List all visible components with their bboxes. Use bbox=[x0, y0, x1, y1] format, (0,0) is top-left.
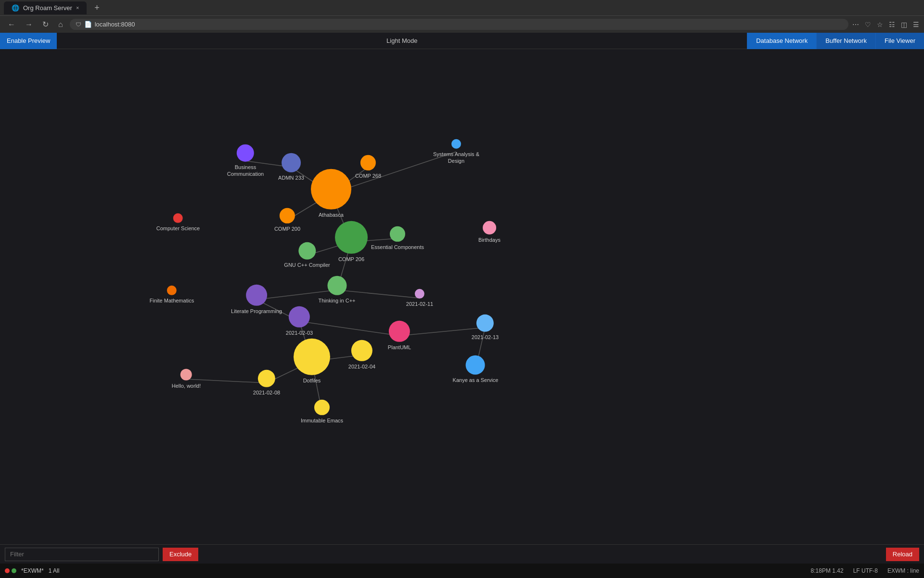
refresh-button[interactable]: ↻ bbox=[39, 18, 51, 31]
node-label-2021-02-08: 2021-02-08 bbox=[253, 389, 280, 396]
node-athabasca[interactable]: Athabasca bbox=[311, 169, 351, 218]
node-gnu-cpp[interactable]: GNU C++ Compiler bbox=[284, 242, 330, 268]
node-label-2021-02-03: 2021-02-03 bbox=[286, 329, 313, 336]
star-icon[interactable]: ☆ bbox=[877, 21, 883, 28]
node-circle-essential-comp bbox=[390, 226, 405, 242]
node-circle-sys-analysis bbox=[451, 139, 461, 149]
security-icon: 🛡 bbox=[76, 21, 81, 28]
home-button[interactable]: ⌂ bbox=[55, 18, 66, 31]
status-mode: EXWM : line bbox=[887, 567, 919, 574]
node-literate-prog[interactable]: Literate Programming bbox=[231, 285, 282, 315]
nav-tabs: Database Network Buffer Network File Vie… bbox=[747, 33, 924, 49]
node-2021-02-04[interactable]: 2021-02-04 bbox=[348, 340, 375, 370]
node-2021-02-13[interactable]: 2021-02-13 bbox=[472, 315, 499, 341]
reload-button[interactable]: Reload bbox=[886, 548, 919, 561]
node-circle-2021-02-04 bbox=[351, 340, 372, 361]
node-label-2021-02-11: 2021-02-11 bbox=[406, 301, 433, 307]
forward-button[interactable]: → bbox=[22, 18, 36, 31]
node-comp206[interactable]: COMP 206 bbox=[335, 221, 368, 263]
network-canvas: BusinessCommunicationADMN 233COMP 268Sys… bbox=[0, 49, 924, 507]
node-sys-analysis[interactable]: Systems Analysis &Design bbox=[433, 139, 479, 165]
node-label-hello-world: Hello, world! bbox=[172, 382, 201, 389]
node-label-gnu-cpp: GNU C++ Compiler bbox=[284, 262, 330, 268]
node-circle-literate-prog bbox=[246, 285, 267, 306]
node-label-dotfiles: Dotfiles bbox=[303, 377, 321, 384]
status-right: 8:18PM 1.42 LF UTF-8 EXWM : line bbox=[811, 567, 919, 574]
enable-preview-button[interactable]: Enable Preview bbox=[0, 33, 57, 49]
app-toolbar: Enable Preview Light Mode Database Netwo… bbox=[0, 33, 924, 49]
node-circle-2021-02-13 bbox=[476, 315, 494, 332]
node-2021-02-08[interactable]: 2021-02-08 bbox=[253, 370, 280, 396]
node-label-comp206: COMP 206 bbox=[338, 256, 364, 263]
node-circle-finite-math bbox=[167, 286, 177, 295]
node-label-immutable-emacs: Immutable Emacs bbox=[301, 417, 343, 424]
node-dotfiles[interactable]: Dotfiles bbox=[294, 339, 330, 384]
node-birthdays[interactable]: Birthdays bbox=[478, 221, 500, 243]
node-circle-2021-02-03 bbox=[289, 306, 310, 328]
menu-icon[interactable]: ☰ bbox=[913, 21, 919, 28]
status-time: 8:18PM 1.42 bbox=[811, 567, 844, 574]
node-comp200[interactable]: COMP 200 bbox=[274, 208, 300, 232]
node-finite-math[interactable]: Finite Mathematics bbox=[150, 286, 194, 304]
more-icon[interactable]: ⋯ bbox=[852, 21, 859, 28]
light-mode-label: Light Mode bbox=[57, 37, 747, 44]
node-circle-hello-world bbox=[180, 369, 192, 381]
browser-toolbar: ← → ↻ ⌂ 🛡 📄 ⋯ ♡ ☆ ☷ ◫ ☰ bbox=[0, 15, 924, 33]
network-edges-svg bbox=[0, 49, 924, 507]
workspace-label: *EXWM* bbox=[21, 567, 44, 574]
node-comp268[interactable]: COMP 268 bbox=[355, 155, 381, 179]
node-2021-02-03[interactable]: 2021-02-03 bbox=[286, 306, 313, 336]
tab-file-viewer[interactable]: File Viewer bbox=[875, 33, 924, 49]
tab-buffer-network[interactable]: Buffer Network bbox=[816, 33, 875, 49]
browser-toolbar-icons: ⋯ ♡ ☆ ☷ ◫ ☰ bbox=[852, 21, 919, 28]
node-2021-02-11[interactable]: 2021-02-11 bbox=[406, 289, 433, 307]
red-dot bbox=[5, 568, 10, 573]
green-dot bbox=[12, 568, 16, 573]
node-label-athabasca: Athabasca bbox=[319, 211, 344, 218]
node-circle-comp-sci bbox=[173, 213, 183, 223]
node-business-comm[interactable]: BusinessCommunication bbox=[227, 144, 264, 178]
node-circle-comp206 bbox=[335, 221, 368, 254]
node-label-comp268: COMP 268 bbox=[355, 172, 381, 179]
node-circle-comp200 bbox=[280, 208, 295, 223]
node-label-essential-comp: Essential Components bbox=[371, 244, 424, 250]
layout-icon[interactable]: ☷ bbox=[889, 21, 895, 28]
status-dots bbox=[5, 568, 16, 573]
back-button[interactable]: ← bbox=[5, 18, 18, 31]
node-circle-birthdays bbox=[483, 221, 496, 235]
tab-close-button[interactable]: × bbox=[76, 5, 79, 11]
node-circle-dotfiles bbox=[294, 339, 330, 375]
node-label-birthdays: Birthdays bbox=[478, 236, 500, 243]
filter-input[interactable] bbox=[5, 548, 159, 561]
filter-bar: Exclude Reload bbox=[0, 544, 924, 564]
node-hello-world[interactable]: Hello, world! bbox=[172, 369, 201, 389]
node-comp-sci[interactable]: Computer Science bbox=[156, 213, 200, 232]
windows-icon[interactable]: ◫ bbox=[901, 21, 907, 28]
node-plantuml[interactable]: PlantUML bbox=[388, 321, 411, 351]
node-circle-immutable-emacs bbox=[314, 400, 330, 415]
node-label-comp200: COMP 200 bbox=[274, 225, 300, 232]
tab-database-network[interactable]: Database Network bbox=[747, 33, 816, 49]
node-admn233[interactable]: ADMN 233 bbox=[278, 153, 304, 181]
node-label-admn233: ADMN 233 bbox=[278, 174, 304, 181]
node-circle-2021-02-11 bbox=[415, 289, 424, 299]
node-label-finite-math: Finite Mathematics bbox=[150, 297, 194, 304]
node-label-thinking-cpp: Thinking in C++ bbox=[318, 297, 355, 304]
new-tab-button[interactable]: + bbox=[90, 3, 103, 13]
node-circle-plantuml bbox=[389, 321, 410, 342]
browser-tab[interactable]: 🌐 Org Roam Server × bbox=[4, 1, 87, 14]
browser-titlebar: 🌐 Org Roam Server × + bbox=[0, 0, 924, 15]
node-label-2021-02-04: 2021-02-04 bbox=[348, 363, 375, 370]
exclude-button[interactable]: Exclude bbox=[163, 548, 198, 561]
node-kanye[interactable]: Kanye as a Service bbox=[453, 355, 499, 383]
bookmark-icon[interactable]: ♡ bbox=[865, 21, 871, 28]
node-immutable-emacs[interactable]: Immutable Emacs bbox=[301, 400, 343, 424]
node-circle-gnu-cpp bbox=[298, 242, 316, 260]
tab-title: Org Roam Server bbox=[23, 4, 72, 12]
node-label-sys-analysis: Systems Analysis &Design bbox=[433, 151, 479, 165]
node-thinking-cpp[interactable]: Thinking in C++ bbox=[318, 276, 355, 304]
node-label-business-comm: BusinessCommunication bbox=[227, 164, 264, 178]
address-input[interactable] bbox=[95, 21, 843, 28]
node-essential-comp[interactable]: Essential Components bbox=[371, 226, 424, 250]
status-encoding: LF UTF-8 bbox=[853, 567, 878, 574]
